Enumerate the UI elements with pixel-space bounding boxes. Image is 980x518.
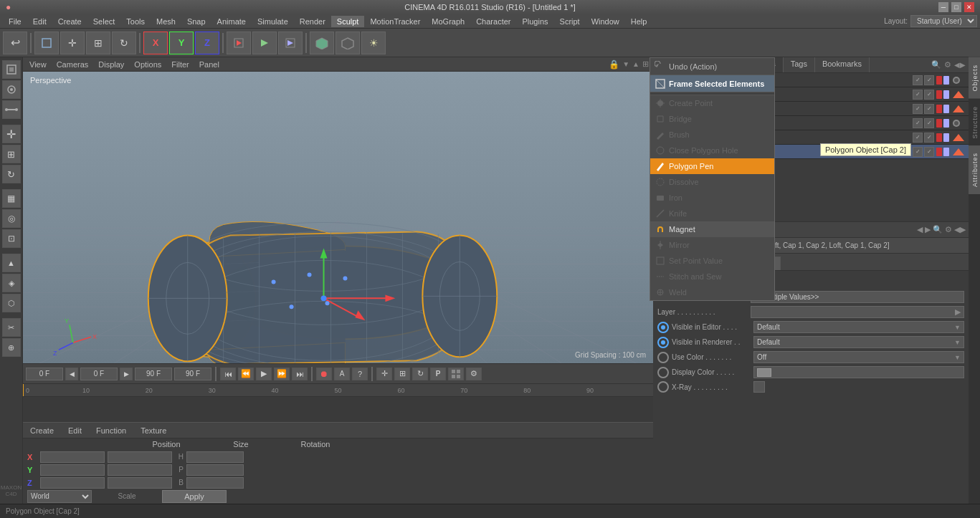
attr-gear-icon[interactable]: ⚙ [945,225,952,234]
render-region-button[interactable] [278,32,303,54]
loop-selection-button[interactable]: ⊡ [2,229,21,248]
light-button[interactable]: ☀ [361,32,386,54]
vp-menu-cameras[interactable]: Cameras [54,59,91,69]
move-button[interactable]: ✛ [60,32,85,54]
attr-use-color-dropdown[interactable]: Off ▼ [753,351,964,363]
close-button[interactable]: ✕ [964,2,974,12]
sculpt-polygonpen-item[interactable]: Polygon Pen [650,158,774,174]
sculpt-undo-item[interactable]: Undo (Action) [650,58,774,75]
sculpt-weld-item[interactable]: Weld [650,284,774,300]
vp-icon-lock[interactable]: 🔒 [609,59,619,69]
wireframe-mode-button[interactable] [336,32,360,54]
polygon-mode-button[interactable] [2,60,21,79]
edge-mode-button[interactable] [2,100,21,119]
z-axis-button[interactable]: Z [195,32,219,54]
attr-search-icon[interactable]: 🔍 [933,225,943,234]
attr-arrows-icon[interactable]: ◀▶ [954,225,966,234]
sculpt-setpointvalue-item[interactable]: Set Point Value [650,253,774,269]
sculpt-frame-item[interactable]: Frame Selected Elements [650,75,774,92]
menu-character[interactable]: Character [470,16,516,27]
menu-mograph[interactable]: MoGraph [426,16,470,27]
vp-menu-options[interactable]: Options [132,59,163,69]
y-position-input[interactable]: 0 cm [40,464,105,476]
maximize-button[interactable]: □ [951,2,961,12]
sculpt-closepoly-item[interactable]: Close Polygon Hole [650,143,774,158]
sculpt-magnet-item[interactable]: Magnet [650,221,774,237]
sculpt-knife-item[interactable]: Knife [650,206,774,221]
apply-button[interactable]: Apply [162,490,227,503]
help-button[interactable]: ? [352,368,368,380]
bridge-button[interactable]: ⬡ [2,294,21,312]
menu-tools[interactable]: Tools [120,16,151,27]
x-position-input[interactable]: 0 cm [40,451,105,463]
vp-icon-down[interactable]: ▼ [622,60,629,68]
rvtab-objects[interactable]: Objects [969,57,980,99]
menu-script[interactable]: Script [554,16,586,27]
weld-button[interactable]: ⊕ [2,338,21,357]
rvtab-structure[interactable]: Structure [969,99,980,146]
tab-bookmarks[interactable]: Bookmarks [815,57,870,72]
menu-create[interactable]: Create [52,16,87,27]
attr-display-color-swatch[interactable] [753,366,964,378]
rotate-tool-button[interactable]: ↻ [2,165,21,183]
knife-tool-button[interactable]: ✂ [2,318,21,337]
menu-file[interactable]: File [3,16,27,27]
rotate-button[interactable]: ↻ [112,32,136,54]
menu-sculpt[interactable]: Sculpt [331,16,365,27]
play-button[interactable] [252,32,277,54]
mesh-menu-function[interactable]: Function [93,425,129,436]
extrude-button[interactable]: ▲ [2,254,21,272]
menu-select[interactable]: Select [87,16,121,27]
attr-visible-renderer-dropdown[interactable]: Default ▼ [753,336,964,348]
vp-icon-fullscreen[interactable]: ⊞ [642,59,649,69]
skip-end-button[interactable]: ⏭ [292,368,308,380]
grid-key-button[interactable] [448,368,464,380]
attr-layer-btn[interactable]: ▶ [955,307,961,317]
sculpt-createpoint-item[interactable]: Create Point [650,95,774,111]
mesh-menu-texture[interactable]: Texture [138,425,169,436]
menu-window[interactable]: Window [586,16,625,27]
vp-menu-view[interactable]: View [27,59,49,69]
y-axis-button[interactable]: Y [169,32,194,54]
coord-system-dropdown[interactable]: World [27,490,92,503]
bevel-button[interactable]: ◈ [2,274,21,292]
sculpt-bridge-item[interactable]: Bridge [650,111,774,127]
live-selection-button[interactable]: ◎ [2,209,21,228]
move-key-button[interactable]: ✛ [376,368,392,380]
sculpt-stitchandsew-item[interactable]: Stitch and Sew [650,269,774,284]
menu-animate[interactable]: Animate [211,16,252,27]
mesh-menu-create[interactable]: Create [27,425,57,436]
menu-edit[interactable]: Edit [27,16,52,27]
attr-xray-checkbox[interactable] [753,381,765,393]
menu-mesh[interactable]: Mesh [151,16,181,27]
menu-help[interactable]: Help [625,16,653,27]
menu-motiontracker[interactable]: MotionTracker [364,16,426,27]
skip-start-button[interactable]: ⏮ [220,368,236,380]
autokey-button[interactable]: A [334,368,350,380]
vp-menu-display[interactable]: Display [96,59,126,69]
vertex-mode-button[interactable] [2,80,21,99]
frame-preview-end-input[interactable] [174,368,211,380]
menu-render[interactable]: Render [294,16,331,27]
x-size-input[interactable]: 1 [108,451,172,463]
viewport-3d[interactable]: Perspective [23,72,653,363]
attr-name-input[interactable] [751,291,964,303]
record-keyframe-button[interactable]: ⏺ [316,368,332,380]
scale-tool-button[interactable]: ⊞ [2,145,21,163]
settings-key-button[interactable]: ⚙ [466,368,482,380]
sculpt-mirror-item[interactable]: Mirror [650,237,774,253]
h-rotation-input[interactable]: 0° [186,451,244,463]
attr-nav-prev[interactable]: ◀ [917,225,923,234]
b-rotation-input[interactable]: 0° [186,477,244,489]
undo-button[interactable]: ↩ [3,32,27,54]
play-forward-button[interactable]: ▶ [256,368,272,380]
menu-snap[interactable]: Snap [181,16,211,27]
vp-icon-up[interactable]: ▲ [632,60,639,68]
selection-tool-button[interactable]: ▦ [2,189,21,208]
z-position-input[interactable]: 37.362 cm [40,477,105,489]
current-frame-marker[interactable] [23,384,24,396]
loop-key-button[interactable]: ↻ [412,368,428,380]
pos-key-button[interactable]: P [430,368,446,380]
solid-mode-button[interactable] [310,32,334,54]
scale-key-button[interactable]: ⊞ [394,368,410,380]
